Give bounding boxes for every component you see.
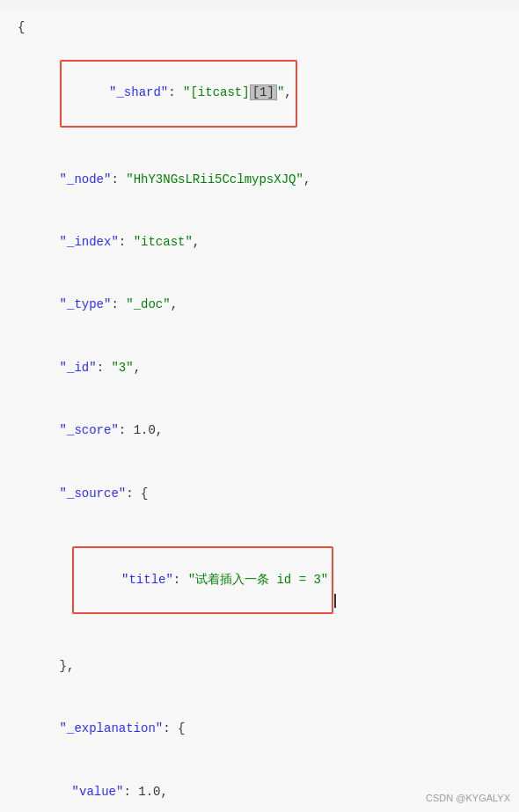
line-source-close1: },	[18, 635, 501, 698]
score-value-1: 1.0	[134, 423, 156, 437]
line-value: "value": 1.0,	[18, 761, 501, 812]
value-key: "value"	[72, 785, 124, 799]
line-title1: "title": "试着插入一条 id = 3"	[18, 525, 501, 635]
index-key-1: "_index"	[60, 235, 119, 249]
line-node1: "_node": "HhY3NGsLRii5CclmypsXJQ",	[18, 149, 501, 211]
title-key-1: "title"	[121, 573, 173, 587]
line-index1: "_index": "itcast",	[18, 211, 501, 274]
shard-key-1: "_shard"	[109, 85, 168, 99]
close-source-1: },	[60, 659, 75, 673]
cursor-1	[334, 594, 336, 608]
index-value-1: "itcast"	[134, 235, 193, 249]
value-val: 1.0	[138, 785, 160, 799]
id-value-1: "3"	[111, 361, 133, 375]
type-key-1: "_type"	[60, 297, 112, 311]
title-value-1: "试着插入一条 id = 3"	[188, 573, 329, 587]
line-explanation-open: "_explanation": {	[18, 699, 501, 761]
node-value-1: "HhY3NGsLRii5CclmypsXJQ"	[126, 172, 303, 187]
score-key-1: "_score"	[60, 423, 119, 437]
shard-value-1: "[itcast]	[183, 85, 250, 99]
line-source-open1: "_source": {	[18, 463, 501, 525]
line-type1: "_type": "_doc",	[18, 274, 501, 337]
id-key-1: "_id"	[60, 361, 97, 375]
source-key-1: "_source"	[60, 486, 127, 501]
explanation-key: "_explanation"	[60, 721, 164, 735]
line-id1: "_id": "3",	[18, 337, 501, 399]
node-key-1: "_node"	[60, 172, 112, 187]
type-value-1: "_doc"	[126, 297, 170, 311]
watermark: CSDN @KYGALYX	[426, 793, 510, 803]
line-open1: {	[18, 18, 501, 39]
line-shard1: "_shard": "[itcast][1]",	[18, 39, 501, 149]
code-container: { "_shard": "[itcast][1]", "_node": "HhY…	[0, 9, 519, 812]
line-score1: "_score": 1.0,	[18, 399, 501, 462]
